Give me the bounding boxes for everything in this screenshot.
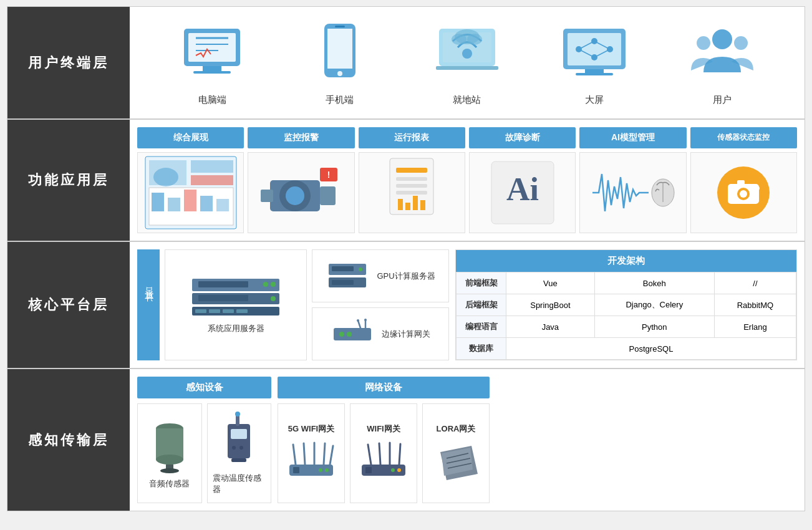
sensor-row: 感知传输层 感知设备 [7,369,805,511]
vibration-sensor-item: 震动温度传感器 [207,403,272,503]
func-header-overview: 综合展现 [137,127,244,148]
svg-point-32 [734,36,748,50]
core-row: 核心平台层 计算平台 [7,242,805,369]
sensor-label: 感知传输层 [7,369,130,511]
dev-framework-table: 前端框架 Vue Bokeh // 后端框架 SpringBoot Django… [456,272,796,360]
func-header-report: 运行报表 [359,127,465,148]
wifi-item: WIFI网关 [350,403,417,503]
svg-point-72 [263,282,268,287]
svg-rect-54 [396,184,427,188]
svg-rect-8 [327,29,352,69]
svg-point-71 [271,282,276,287]
svg-point-95 [156,455,183,465]
svg-point-43 [153,168,178,186]
svg-point-117 [397,468,401,472]
svg-point-103 [239,446,243,450]
fw-row-lang: 编程语言 Java Python Erlang [457,316,796,338]
func-header-ai: AI模型管理 [579,127,686,148]
bigscreen-icon [560,19,629,88]
svg-line-118 [368,445,371,465]
fw-val-springboot: SpringBoot [506,294,595,316]
gpu-server-item: GPU计算服务器 [312,249,449,302]
svg-rect-36 [191,175,233,185]
svg-rect-57 [405,203,410,210]
fw-category-lang: 编程语言 [457,316,506,338]
func-img-fault: Ai [469,152,576,233]
svg-point-92 [364,319,367,321]
network-items: 5G WIFI网关 [278,403,490,503]
svg-rect-42 [216,199,229,211]
audio-sensor-item: 音频传感器 [137,403,202,503]
svg-point-88 [347,332,352,337]
terminal-item-mobile: 手机端 [306,19,374,106]
local-label: 就地站 [453,94,481,106]
svg-rect-77 [195,309,206,313]
svg-line-121 [399,444,400,465]
svg-point-30 [712,29,732,49]
svg-point-46 [286,186,304,205]
svg-rect-56 [398,199,403,210]
lora-label: LORA网关 [437,423,476,435]
svg-point-13 [462,49,472,59]
mobile-label: 手机端 [326,94,354,106]
fw-val-vue: Vue [506,272,595,294]
fw-row-frontend: 前端框架 Vue Bokeh // [457,272,796,294]
mobile-icon [306,19,374,88]
fw-row-db: 数据库 PostgreSQL [457,338,796,360]
wifi-label: WIFI网关 [367,423,400,435]
svg-rect-53 [396,177,427,181]
svg-text:!: ! [327,170,331,180]
svg-rect-55 [396,191,427,195]
svg-point-97 [160,468,179,473]
func-header-row: 综合展现 监控报警 运行报表 故障诊断 AI模型管理 传感器状态监控 [137,127,797,148]
func-header-monitor: 监控报警 [248,127,354,148]
sensor-content: 感知设备 [130,369,805,511]
fw-val-java: Java [506,316,595,338]
terminal-content: 电脑端 手机端 [130,7,805,118]
svg-rect-78 [209,309,220,313]
side-servers: GPU计算服务器 [312,249,449,360]
func-img-ai-model [579,152,686,233]
func-img-monitor: ! [248,152,354,233]
terminal-item-pc: 电脑端 [178,19,246,106]
svg-rect-10 [335,26,345,27]
svg-rect-48 [261,190,273,202]
functional-content: 综合展现 监控报警 运行报表 故障诊断 AI模型管理 传感器状态监控 [130,120,805,241]
svg-rect-5 [203,66,221,71]
fw-val-bokeh: Bokeh [594,272,714,294]
fw-val-python: Python [594,316,714,338]
fw-val-frontend3: // [714,272,796,294]
svg-rect-35 [191,160,233,173]
network-section: 网络设备 5G WIFI网关 [278,377,490,503]
terminal-row: 用户终端层 电脑端 [7,7,805,120]
system-server-label: 系统应用服务器 [208,323,264,334]
5g-wifi-label: 5G WIFI网关 [288,423,334,435]
svg-point-9 [337,71,342,76]
fw-category-backend: 后端框架 [457,294,506,316]
perception-section: 感知设备 [137,377,271,503]
terminal-item-bigscreen: 大屏 [560,19,629,106]
fw-category-frontend: 前端框架 [457,272,506,294]
svg-point-31 [697,36,710,50]
perception-header: 感知设备 [137,377,271,398]
svg-rect-59 [420,200,425,210]
svg-rect-41 [200,196,213,211]
audio-sensor-label: 音频传感器 [149,478,190,489]
svg-point-83 [359,267,362,271]
svg-line-112 [324,443,325,465]
svg-rect-68 [753,186,760,190]
5g-wifi-item: 5G WIFI网关 [278,403,345,503]
fw-val-postgresql: PostgreSQL [506,338,796,360]
svg-point-100 [235,412,240,417]
svg-rect-17 [436,66,498,70]
svg-point-15 [452,34,466,45]
svg-line-109 [293,445,296,465]
svg-rect-101 [231,429,247,439]
svg-point-16 [467,34,482,45]
fw-val-erlang: Erlang [714,316,796,338]
svg-rect-106 [293,467,299,473]
svg-rect-79 [223,309,234,313]
system-server-item: 系统应用服务器 [165,249,307,360]
svg-rect-58 [413,196,418,210]
core-content: 计算平台 [130,242,805,368]
